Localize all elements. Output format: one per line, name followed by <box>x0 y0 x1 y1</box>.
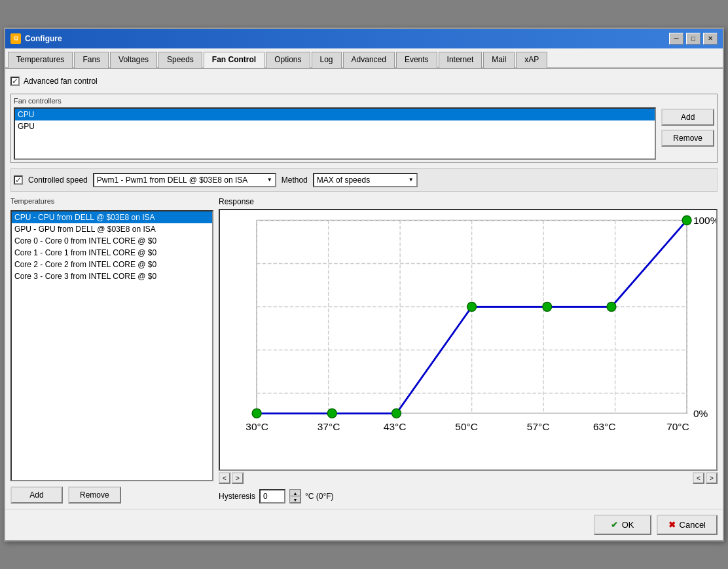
right-nav-buttons: < > <box>693 472 718 484</box>
svg-point-15 <box>327 409 337 418</box>
temp-item-core1[interactable]: Core 1 - Core 1 from INTEL CORE @ $0 <box>12 247 212 259</box>
cancel-label: Cancel <box>680 520 706 530</box>
svg-text:100%: 100% <box>693 215 716 226</box>
hysteresis-label: Hysteresis <box>219 492 255 501</box>
fan-controllers-label: Fan controllers <box>14 97 656 105</box>
tab-temperatures[interactable]: Temperatures <box>8 52 73 68</box>
main-area: Temperatures CPU - CPU from DELL @ $03E8… <box>10 197 718 504</box>
temperatures-label: Temperatures <box>10 197 213 205</box>
fan-controller-gpu[interactable]: GPU <box>15 120 655 132</box>
hysteresis-input[interactable] <box>259 489 285 504</box>
svg-point-19 <box>607 302 616 311</box>
hysteresis-up-button[interactable]: ▲ <box>290 490 300 496</box>
svg-point-17 <box>467 302 477 311</box>
right-next-button[interactable]: > <box>706 472 718 484</box>
add-temperature-button[interactable]: Add <box>10 486 63 504</box>
svg-text:50°C: 50°C <box>455 421 478 432</box>
svg-text:63°C: 63°C <box>593 421 616 432</box>
fan-controllers-box: Fan controllers CPU GPU <box>14 97 656 160</box>
window-title: Configure <box>25 34 665 43</box>
chart-nav-row: < > < > <box>219 472 718 484</box>
temperatures-list: CPU - CPU from DELL @ $03E8 on ISA GPU -… <box>10 210 213 481</box>
hysteresis-unit: °C (0°F) <box>305 492 334 501</box>
svg-point-20 <box>682 216 691 225</box>
add-fan-controller-button[interactable]: Add <box>661 109 714 126</box>
tab-speeds[interactable]: Speeds <box>158 52 202 68</box>
advanced-fan-control-row: ✓ Advanced fan control <box>10 74 718 88</box>
window-icon: ⚙ <box>10 33 21 44</box>
temp-item-cpu[interactable]: CPU - CPU from DELL @ $03E8 on ISA <box>12 211 212 223</box>
method-label: Method <box>282 175 308 185</box>
left-next-button[interactable]: > <box>232 472 244 484</box>
controlled-speed-dropdown[interactable]: Pwm1 - Pwm1 from DELL @ $03E8 on ISA ▼ <box>93 173 276 187</box>
remove-fan-controller-button[interactable]: Remove <box>661 130 714 147</box>
response-panel: Response <box>219 197 718 504</box>
title-buttons: ─ □ ✕ <box>669 33 718 45</box>
tab-internet[interactable]: Internet <box>439 52 482 68</box>
tab-bar: Temperatures Fans Voltages Speeds Fan Co… <box>5 48 723 69</box>
controlled-speed-checkbox[interactable]: ✓ <box>14 175 23 185</box>
fan-controllers-section: Fan controllers CPU GPU Add Remove <box>10 94 718 163</box>
right-prev-button[interactable]: < <box>693 472 704 484</box>
temp-item-gpu[interactable]: GPU - GPU from DELL @ $03E8 on ISA <box>12 223 212 235</box>
configure-window: ⚙ Configure ─ □ ✕ Temperatures Fans Volt… <box>4 28 724 541</box>
controlled-speed-label: Controlled speed <box>28 175 88 185</box>
left-prev-button[interactable]: < <box>219 472 230 484</box>
tab-options[interactable]: Options <box>266 52 310 68</box>
svg-text:70°C: 70°C <box>666 421 689 432</box>
response-label: Response <box>219 197 718 206</box>
temp-item-core2[interactable]: Core 2 - Core 2 from INTEL CORE @ $0 <box>12 259 212 270</box>
cancel-button[interactable]: ✖ Cancel <box>657 515 718 535</box>
tab-voltages[interactable]: Voltages <box>110 52 157 68</box>
tab-advanced[interactable]: Advanced <box>343 52 395 68</box>
advanced-fan-control-checkbox[interactable]: ✓ <box>10 77 20 86</box>
tab-xap[interactable]: xAP <box>516 52 547 68</box>
tab-events[interactable]: Events <box>396 52 437 68</box>
controlled-speed-row: ✓ Controlled speed Pwm1 - Pwm1 from DELL… <box>10 168 718 192</box>
tab-fans[interactable]: Fans <box>74 52 109 68</box>
ok-label: OK <box>622 520 634 530</box>
method-value: MAX of speeds <box>317 175 370 185</box>
svg-text:0%: 0% <box>693 408 708 419</box>
chart-container[interactable]: 100% 0% 30°C 37°C 43°C 50°C 57°C 63°C 70… <box>219 209 718 471</box>
hysteresis-spinner: ▲ ▼ <box>289 489 301 504</box>
cancel-x-icon: ✖ <box>668 520 676 530</box>
maximize-button[interactable]: □ <box>686 33 701 45</box>
svg-text:30°C: 30°C <box>246 421 268 432</box>
svg-text:43°C: 43°C <box>384 421 407 432</box>
title-bar: ⚙ Configure ─ □ ✕ <box>5 29 723 48</box>
svg-point-16 <box>391 409 401 418</box>
bottom-bar: ✔ OK ✖ Cancel <box>5 509 723 540</box>
fan-controllers-buttons: Add Remove <box>661 97 714 160</box>
remove-temperature-button[interactable]: Remove <box>68 486 121 504</box>
tab-log[interactable]: Log <box>312 52 342 68</box>
temp-item-core0[interactable]: Core 0 - Core 0 from INTEL CORE @ $0 <box>12 235 212 247</box>
controlled-speed-value: Pwm1 - Pwm1 from DELL @ $03E8 on ISA <box>97 175 248 185</box>
svg-point-14 <box>252 409 261 418</box>
ok-check-icon: ✔ <box>611 520 618 530</box>
temperature-buttons: Add Remove <box>10 486 213 504</box>
method-dropdown[interactable]: MAX of speeds ▼ <box>313 173 418 187</box>
hysteresis-row: Hysteresis ▲ ▼ °C (0°F) <box>219 489 718 504</box>
temperatures-panel: Temperatures CPU - CPU from DELL @ $03E8… <box>10 197 213 504</box>
temp-item-core3[interactable]: Core 3 - Core 3 from INTEL CORE @ $0 <box>12 270 212 282</box>
left-nav-buttons: < > <box>219 472 244 484</box>
svg-text:37°C: 37°C <box>318 421 340 432</box>
svg-point-18 <box>543 302 552 311</box>
tab-mail[interactable]: Mail <box>483 52 515 68</box>
hysteresis-down-button[interactable]: ▼ <box>290 496 300 503</box>
method-dropdown-arrow-icon: ▼ <box>409 177 414 183</box>
main-content: ✓ Advanced fan control Fan controllers C… <box>5 69 723 509</box>
response-chart: 100% 0% 30°C 37°C 43°C 50°C 57°C 63°C 70… <box>220 210 716 469</box>
minimize-button[interactable]: ─ <box>669 33 683 45</box>
advanced-fan-control-label: Advanced fan control <box>24 77 98 86</box>
fan-controllers-list: CPU GPU <box>14 107 656 160</box>
dropdown-arrow-icon: ▼ <box>267 177 272 183</box>
tab-fan-control[interactable]: Fan Control <box>204 52 264 68</box>
svg-text:57°C: 57°C <box>527 421 550 432</box>
fan-controller-cpu[interactable]: CPU <box>15 109 655 120</box>
close-button[interactable]: ✕ <box>703 33 718 45</box>
ok-button[interactable]: ✔ OK <box>594 515 651 535</box>
